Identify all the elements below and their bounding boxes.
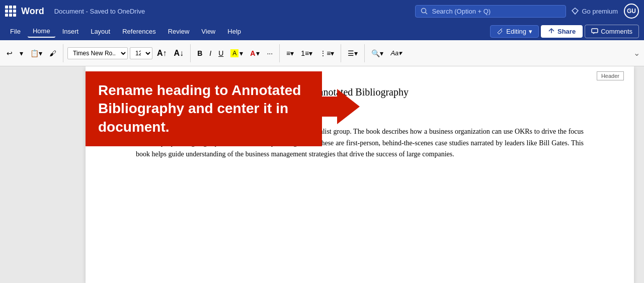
annotation-overlay: Rename heading to Annotated Bibliography… — [86, 71, 322, 146]
right-margin — [634, 66, 644, 283]
ribbon-sep-4 — [341, 44, 341, 62]
title-right-actions: Go premium GU — [571, 4, 639, 19]
menu-bar: File Home Insert Layout References Revie… — [0, 22, 644, 40]
menu-view[interactable]: View — [196, 26, 220, 37]
avatar[interactable]: GU — [624, 4, 639, 19]
comment-icon — [591, 28, 598, 35]
share-button[interactable]: Share — [541, 25, 583, 38]
font-grow-button[interactable]: A↑ — [154, 47, 170, 60]
search-bar[interactable]: Search (Option + Q) — [415, 5, 566, 18]
menu-references[interactable]: References — [117, 26, 160, 37]
menu-layout[interactable]: Layout — [86, 26, 115, 37]
comments-button[interactable]: Comments — [585, 25, 639, 38]
menu-file[interactable]: File — [5, 26, 26, 37]
find-button[interactable]: 🔍▾ — [369, 47, 386, 59]
font-selector[interactable]: Times New Ro... — [67, 47, 128, 59]
align-button[interactable]: ☰▾ — [345, 47, 360, 59]
annotation-text: Rename heading to Annotated Bibliography… — [98, 81, 309, 136]
svg-rect-5 — [592, 29, 598, 33]
menu-review[interactable]: Review — [163, 26, 195, 37]
svg-marker-7 — [302, 89, 360, 124]
svg-marker-2 — [572, 8, 578, 14]
italic-button[interactable]: I — [207, 47, 214, 59]
bullets-button[interactable]: ≡▾ — [284, 47, 296, 59]
format-painter-button[interactable]: 🖌 — [47, 47, 59, 59]
annotation-box: Rename heading to Annotated Bibliography… — [86, 71, 322, 146]
svg-point-0 — [422, 9, 426, 13]
pencil-icon — [497, 28, 504, 35]
ribbon-sep-1 — [63, 44, 63, 62]
menu-insert[interactable]: Insert — [57, 26, 84, 37]
ribbon-sep-3 — [279, 44, 280, 62]
font-shrink-button[interactable]: A↓ — [172, 47, 187, 60]
styles-button[interactable]: Aa▾ — [388, 47, 405, 59]
font-size-selector[interactable]: 12 — [130, 47, 152, 59]
red-arrow — [302, 86, 362, 127]
svg-line-3 — [501, 29, 502, 30]
editing-button[interactable]: Editing ▾ — [490, 25, 539, 38]
search-placeholder: Search (Option + Q) — [432, 8, 491, 15]
multilevel-button[interactable]: ⋮≡▾ — [317, 47, 337, 59]
doc-title: Document - Saved to OneDrive — [54, 8, 411, 15]
ribbon-expand-button[interactable]: ⌄ — [633, 48, 640, 58]
menu-home[interactable]: Home — [28, 25, 55, 38]
ribbon-sep-2 — [190, 44, 191, 62]
clipboard-button[interactable]: 📋▾ — [28, 47, 45, 59]
search-icon — [421, 8, 428, 15]
bold-button[interactable]: B — [195, 47, 205, 59]
undo-button[interactable]: ↩ — [4, 47, 15, 59]
main-area: Header Rename heading to Annotated Bibli… — [0, 66, 644, 283]
svg-line-1 — [426, 13, 428, 15]
title-bar: Word Document - Saved to OneDrive Search… — [0, 0, 644, 22]
undo-dropdown[interactable]: ▾ — [17, 47, 26, 59]
menu-help[interactable]: Help — [222, 26, 246, 37]
left-margin — [0, 66, 86, 283]
more-formatting-button[interactable]: ··· — [264, 47, 275, 59]
font-color-button[interactable]: A▾ — [248, 47, 262, 59]
ribbon-sep-5 — [364, 44, 365, 62]
numbering-button[interactable]: 1≡▾ — [298, 47, 315, 59]
go-premium-button[interactable]: Go premium — [571, 7, 618, 15]
document-area: Header Rename heading to Annotated Bibli… — [86, 66, 634, 283]
header-label: Header — [597, 71, 624, 80]
waffle-menu[interactable] — [5, 6, 16, 17]
share-icon — [548, 28, 555, 35]
highlight-button[interactable]: A▾ — [228, 47, 246, 59]
underline-button[interactable]: U — [216, 47, 226, 59]
app-name: Word — [21, 6, 44, 17]
diamond-icon — [571, 7, 579, 15]
ribbon: ↩ ▾ 📋▾ 🖌 Times New Ro... 12 A↑ A↓ B I U … — [0, 40, 644, 66]
